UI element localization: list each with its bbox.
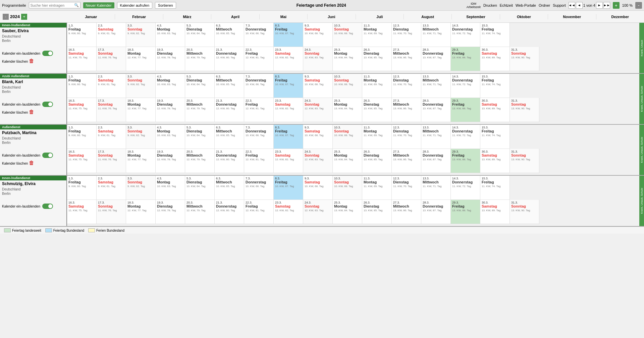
calendar-cell[interactable]: 8.3. Freitag 10. KW, 67. Tag — [274, 125, 303, 149]
month-tab-september[interactable]: September — [452, 14, 500, 19]
calendar-cell[interactable]: 10.3. Sonntag 10. KW, 68. Tag — [333, 125, 362, 149]
calendar-cell[interactable]: 2.3. Samstag 9. KW, 61. Tag — [97, 74, 126, 98]
calendar-cell[interactable]: 16.3. Samstag 11. KW, 75. Tag — [67, 98, 97, 122]
calendar-cell[interactable]: 18.3. Montag 12. KW, 77. Tag — [126, 149, 156, 173]
calendar-cell[interactable]: 26.3. Dienstag 13. KW, 85. Tag — [362, 200, 392, 224]
calendar-cell[interactable]: 17.3. Sonntag 11. KW, 76. Tag — [97, 200, 126, 224]
calendar-toggle-switch[interactable] — [42, 51, 53, 56]
calendar-cell[interactable]: 7.3. Donnerstag 10. KW, 66. Tag — [244, 176, 274, 200]
calendar-cell[interactable]: 20.3. Mittwoch 12. KW, 79. Tag — [185, 98, 215, 122]
web-portale-button[interactable]: Web-Portale — [516, 3, 536, 7]
calendar-cell[interactable]: 24.3. Sonntag 12. KW, 83. Tag — [303, 149, 333, 173]
calendar-cell[interactable]: 11.3. Montag 11. KW, 69. Tag — [362, 125, 392, 149]
calendar-cell[interactable]: 7.3. Donnerstag 10. KW, 66. Tag — [244, 125, 274, 149]
calendar-cell[interactable]: 5.3. Dienstag 10. KW, 64. Tag — [185, 176, 215, 200]
calendar-cell[interactable]: 7.3. Donnerstag 10. KW, 66. Tag — [244, 74, 274, 98]
calendar-cell[interactable]: 21.3. Donnerstag 12. KW, 80. Tag — [215, 47, 244, 71]
calendar-cell[interactable]: 30.3. Samstag 13. KW, 89. Tag — [480, 47, 510, 71]
calendar-cell[interactable]: 24.3. Sonntag 12. KW, 83. Tag — [303, 200, 333, 224]
month-tab-april[interactable]: April — [211, 14, 259, 19]
calendar-cell[interactable]: 25.3. Montag 13. KW, 84. Tag — [333, 200, 362, 224]
calendar-cell[interactable]: 10.3. Sonntag 10. KW, 68. Tag — [333, 176, 362, 200]
calendar-cell[interactable]: 17.3. Sonntag 11. KW, 76. Tag — [97, 47, 126, 71]
calendar-cell[interactable]: 29.3. Freitag 13. KW, 88. Tag — [451, 200, 480, 224]
nav-last-button[interactable]: ►► — [603, 2, 610, 9]
calendar-cell[interactable]: 1.3. Freitag 9. KW, 60. Tag — [67, 23, 97, 47]
month-tab-juli[interactable]: Juli — [356, 14, 404, 19]
calendar-cell[interactable]: 28.3. Donnerstag 13. KW, 87. Tag — [421, 98, 451, 122]
trash-icon[interactable]: 🗑 — [29, 109, 34, 115]
calendar-cell[interactable]: 27.3. Mittwoch 13. KW, 86. Tag — [392, 98, 421, 122]
sort-button[interactable]: Sortieren — [155, 2, 176, 9]
nav-next-button[interactable]: ► — [596, 2, 603, 9]
calendar-cell[interactable]: 8.3. Freitag 10. KW, 67. Tag — [274, 176, 303, 200]
trash-icon[interactable]: 🗑 — [29, 58, 34, 64]
calendar-cell[interactable]: 1.3. Freitag 9. KW, 60. Tag — [67, 74, 97, 98]
calendar-cell[interactable]: 12.3. Dienstag 11. KW, 70. Tag — [392, 176, 421, 200]
calendar-cell[interactable]: 30.3. Samstag 13. KW, 89. Tag — [480, 200, 510, 224]
calendar-cell[interactable]: 7.3. Donnerstag 10. KW, 66. Tag — [244, 23, 274, 47]
calendar-cell[interactable]: 24.3. Sonntag 12. KW, 83. Tag — [303, 98, 333, 122]
calendar-cell[interactable]: 20.3. Mittwoch 12. KW, 79. Tag — [185, 47, 215, 71]
calendar-cell[interactable]: 1.3. Freitag 9. KW, 60. Tag — [67, 176, 97, 200]
calendar-cell[interactable]: 8.3. Freitag 10. KW, 67. Tag — [274, 23, 303, 47]
calendar-cell[interactable]: 19.3. Dienstag 12. KW, 78. Tag — [156, 47, 185, 71]
month-tab-märz[interactable]: März — [163, 14, 211, 19]
calendar-cell[interactable]: 22.3. Freitag 12. KW, 81. Tag — [244, 149, 274, 173]
calendar-cell[interactable]: 31.3. Sonntag 13. KW, 90. Tag — [510, 149, 539, 173]
calendar-cell[interactable]: 30.3. Samstag 13. KW, 89. Tag — [480, 98, 510, 122]
calendar-cell[interactable]: 2.3. Samstag 9. KW, 61. Tag — [97, 176, 126, 200]
calendar-cell[interactable]: 3.3. Sonntag 9. KW, 62. Tag — [126, 74, 156, 98]
calendar-cell[interactable]: 23.3. Samstag 12. KW, 82. Tag — [274, 47, 303, 71]
calendar-cell[interactable]: 5.3. Dienstag 10. KW, 64. Tag — [185, 74, 215, 98]
calendar-cell[interactable]: 2.3. Samstag 9. KW, 61. Tag — [97, 125, 126, 149]
calendar-cell[interactable]: 30.3. Samstag 13. KW, 89. Tag — [480, 149, 510, 173]
calendar-cell[interactable]: 26.3. Dienstag 13. KW, 85. Tag — [362, 98, 392, 122]
year-next-button[interactable]: + — [21, 14, 27, 20]
calendar-cell[interactable]: 29.3. Freitag 13. KW, 88. Tag — [451, 47, 480, 71]
calendar-cell[interactable]: 14.3. Donnerstag 11. KW, 72. Tag — [451, 23, 480, 47]
calendar-cell[interactable]: 31.3. Sonntag 13. KW, 90. Tag — [510, 98, 539, 122]
calendar-cell[interactable]: 6.3. Mittwoch 10. KW, 65. Tag — [215, 125, 244, 149]
calendar-cell[interactable]: 20.3. Mittwoch 12. KW, 79. Tag — [185, 149, 215, 173]
calendar-cell[interactable]: 25.3. Montag 13. KW, 84. Tag — [333, 149, 362, 173]
calendar-cell[interactable]: 29.3. Freitag 13. KW, 88. Tag — [451, 149, 480, 173]
calendar-cell[interactable]: 22.3. Freitag 12. KW, 81. Tag — [244, 200, 274, 224]
calendar-cell[interactable]: 4.3. Montag 10. KW, 63. Tag — [156, 176, 185, 200]
calendar-cell[interactable]: 21.3. Donnerstag 12. KW, 80. Tag — [215, 98, 244, 122]
calendar-cell[interactable]: 23.3. Samstag 12. KW, 82. Tag — [274, 98, 303, 122]
calendar-cell[interactable]: 22.3. Freitag 12. KW, 81. Tag — [244, 98, 274, 122]
print-button[interactable]: Drucken — [483, 3, 497, 7]
calendar-cell[interactable]: 3.3. Sonntag 9. KW, 62. Tag — [126, 125, 156, 149]
calendar-cell[interactable]: 9.3. Samstag 10. KW, 68. Tag — [303, 74, 333, 98]
calendar-cell[interactable]: 15.3. Freitag 11. KW, 74. Tag — [480, 23, 510, 47]
calendar-cell[interactable]: 23.3. Samstag 12. KW, 82. Tag — [274, 200, 303, 224]
calendar-cell[interactable]: 13.3. Mittwoch 11. KW, 71. Tag — [421, 176, 451, 200]
calendar-cell[interactable]: 27.3. Mittwoch 13. KW, 86. Tag — [392, 200, 421, 224]
calendar-cell[interactable]: 9.3. Samstag 10. KW, 68. Tag — [303, 125, 333, 149]
calendar-cell[interactable]: 18.3. Montag 12. KW, 77. Tag — [126, 200, 156, 224]
realtime-button[interactable]: Echtzeit — [500, 3, 513, 7]
calendar-cell[interactable]: 12.3. Dienstag 11. KW, 70. Tag — [392, 23, 421, 47]
calendar-cell[interactable]: 25.3. Montag 13. KW, 84. Tag — [333, 47, 362, 71]
calendar-cell[interactable]: 28.3. Donnerstag 13. KW, 87. Tag — [421, 47, 451, 71]
calendar-cell[interactable]: 10.3. Sonntag 10. KW, 68. Tag — [333, 23, 362, 47]
trash-icon[interactable]: 🗑 — [29, 160, 34, 166]
calendar-cell[interactable]: 9.3. Samstag 10. KW, 68. Tag — [303, 176, 333, 200]
new-calendar-button[interactable]: Neuer Kalender — [83, 2, 114, 8]
calendar-cell[interactable]: 13.3. Mittwoch 11. KW, 71. Tag — [421, 125, 451, 149]
calendar-cell[interactable]: 15.3. Freitag 11. KW, 74. Tag — [480, 74, 510, 98]
calendar-cell[interactable]: 9.3. Samstag 10. KW, 68. Tag — [303, 23, 333, 47]
ordner-button[interactable]: Ordner — [539, 3, 550, 7]
zoom-in-button[interactable]: + — [613, 2, 620, 9]
calendar-cell[interactable]: 10.3. Sonntag 10. KW, 68. Tag — [333, 74, 362, 98]
calendar-cell[interactable]: 16.3. Samstag 11. KW, 75. Tag — [67, 47, 97, 71]
calendar-cell[interactable]: 21.3. Donnerstag 12. KW, 80. Tag — [215, 149, 244, 173]
calendar-cell[interactable]: 4.3. Montag 10. KW, 63. Tag — [156, 74, 185, 98]
month-tab-januar[interactable]: Januar — [67, 14, 115, 19]
calendar-cell[interactable]: 22.3. Freitag 12. KW, 81. Tag — [244, 47, 274, 71]
calendar-cell[interactable]: 18.3. Montag 12. KW, 77. Tag — [126, 47, 156, 71]
calendar-cell[interactable]: 19.3. Dienstag 12. KW, 78. Tag — [156, 200, 185, 224]
calendar-cell[interactable]: 12.3. Dienstag 11. KW, 70. Tag — [392, 125, 421, 149]
support-button[interactable]: Support — [553, 3, 566, 7]
